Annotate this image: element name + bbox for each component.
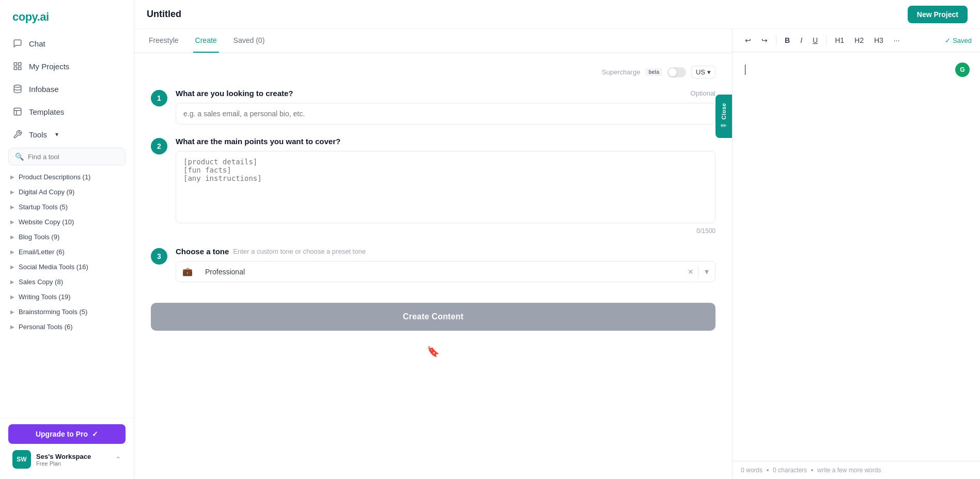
sidebar-item-tools[interactable]: Tools ▾ [0,123,134,146]
category-writing-tools[interactable]: ▶ Writing Tools (19) [0,289,134,304]
field-label-3: Choose a tone [176,247,229,256]
locale-value: US [696,68,705,76]
tools-chevron-icon: ▾ [55,131,58,138]
locale-chevron-icon: ▾ [707,68,711,76]
briefcase-icon-wrap: 💼 [176,261,199,282]
underline-button[interactable]: U [808,33,822,48]
redo-button[interactable]: ↪ [757,33,772,48]
supercharge-toggle[interactable]: ⚡ [667,67,686,78]
upgrade-check-icon: ✓ [92,430,98,438]
tone-select-value: Professional [199,262,683,281]
category-brainstorming-tools[interactable]: ▶ Brainstorming Tools (5) [0,304,134,319]
tool-search-box[interactable]: 🔍 [8,148,126,165]
check-icon: ✓ [945,37,951,44]
category-label: Blog Tools (9) [19,233,59,241]
workspace-row[interactable]: SW Ses's Workspace Free Plan ⌃ [8,444,126,471]
supercharge-label: Supercharge [602,68,640,76]
search-icon: 🔍 [15,152,24,161]
category-startup-tools[interactable]: ▶ Startup Tools (5) [0,199,134,214]
toolbar-separator-1 [776,35,776,45]
close-panel-label: Close [721,103,727,119]
topbar: Untitled New Project [134,0,980,29]
category-digital-ad-copy[interactable]: ▶ Digital Ad Copy (9) [0,184,134,199]
category-label: Brainstorming Tools (5) [19,308,87,316]
sidebar-item-templates-label: Templates [29,107,64,116]
category-arrow-icon: ▶ [10,264,14,270]
bookmark-wrap: 🔖 [151,341,715,362]
category-arrow-icon: ▶ [10,279,14,285]
category-social-media-tools[interactable]: ▶ Social Media Tools (16) [0,259,134,274]
pencil-icon: ✏ [721,121,727,130]
field-label-1: What are you looking to create? [176,89,293,98]
field-header-1: What are you looking to create? Optional [176,89,715,98]
char-count-2: 0/1500 [176,227,715,235]
char-count-footer: 0 characters [773,467,807,474]
footer-dot-2 [811,469,813,471]
sidebar-item-chat[interactable]: Chat [0,32,134,55]
workspace-name: Ses's Workspace [36,453,110,460]
search-input[interactable] [28,153,119,161]
templates-icon [12,106,23,117]
tab-create[interactable]: Create [193,29,219,53]
create-content-button[interactable]: Create Content [151,303,715,331]
category-blog-tools[interactable]: ▶ Blog Tools (9) [0,229,134,244]
h1-button[interactable]: H1 [831,33,848,48]
category-sales-copy[interactable]: ▶ Sales Copy (8) [0,274,134,289]
tone-select-wrapper[interactable]: 💼 Professional ✕ ▾ [176,261,715,282]
category-email-letter[interactable]: ▶ Email/Letter (6) [0,244,134,259]
upgrade-label: Upgrade to Pro [36,430,88,438]
tab-saved[interactable]: Saved (0) [231,29,267,53]
field-header-2: What are the main points you want to cov… [176,137,715,146]
writing-toolbar: ↩ ↪ B I U H1 H [733,29,980,52]
form-field-1: 1 What are you looking to create? Option… [151,89,715,125]
upgrade-button[interactable]: Upgrade to Pro ✓ [8,424,126,444]
app-logo: copy.ai [0,0,134,32]
new-project-button[interactable]: New Project [908,6,968,23]
svg-rect-0 [14,63,17,65]
svg-rect-3 [19,67,21,70]
category-arrow-icon: ▶ [10,189,14,195]
tone-expand-button[interactable]: ▾ [698,261,715,282]
locale-button[interactable]: US ▾ [691,66,715,79]
sidebar-item-templates[interactable]: Templates [0,100,134,123]
tab-freestyle[interactable]: Freestyle [147,29,181,53]
tone-clear-button[interactable]: ✕ [683,262,698,281]
sidebar-item-my-projects[interactable]: My Projects [0,55,134,78]
writing-panel: ↩ ↪ B I U H1 H [732,29,980,479]
bold-button[interactable]: B [781,33,794,48]
field-textarea-2[interactable] [176,151,715,223]
briefcase-icon: 💼 [182,267,193,276]
toolbar-saved: ✓ Saved [945,37,972,44]
category-personal-tools[interactable]: ▶ Personal Tools (6) [0,319,134,334]
field-content-1: What are you looking to create? Optional [176,89,715,125]
content-area: Freestyle Create Saved (0) Supercharge b… [134,29,980,479]
h3-button[interactable]: H3 [870,33,888,48]
undo-button[interactable]: ↩ [741,33,755,48]
close-panel-button[interactable]: Close ✏ [715,95,732,138]
more-button[interactable]: ··· [890,33,904,48]
category-website-copy[interactable]: ▶ Website Copy (10) [0,214,134,229]
category-arrow-icon: ▶ [10,294,14,300]
sidebar-item-infobase[interactable]: Infobase [0,78,134,100]
writing-area[interactable]: G [733,52,980,461]
italic-button[interactable]: I [796,33,806,48]
workspace-expand-icon[interactable]: ⌃ [115,455,121,463]
grammarly-icon: G [955,63,970,77]
field-optional-1: Optional [691,89,715,97]
writing-footer: 0 words 0 characters write a few more wo… [733,461,980,479]
workspace-info: Ses's Workspace Free Plan [36,453,110,467]
sidebar: copy.ai Chat My Projects Infobase Templa… [0,0,134,479]
svg-rect-2 [14,67,17,70]
tone-hint: Enter a custom tone or choose a preset t… [233,248,366,255]
category-arrow-icon: ▶ [10,309,14,315]
tool-categories-list: ▶ Product Descriptions (1) ▶ Digital Ad … [0,169,134,418]
category-label: Website Copy (10) [19,218,74,226]
supercharge-row: Supercharge beta ⚡ US ▾ [151,66,715,79]
field-input-1[interactable] [176,103,715,125]
category-arrow-icon: ▶ [10,219,14,225]
workspace-plan: Free Plan [36,460,110,467]
h2-button[interactable]: H2 [850,33,868,48]
category-product-descriptions[interactable]: ▶ Product Descriptions (1) [0,169,134,184]
avatar: SW [12,450,31,469]
svg-rect-5 [14,108,21,115]
